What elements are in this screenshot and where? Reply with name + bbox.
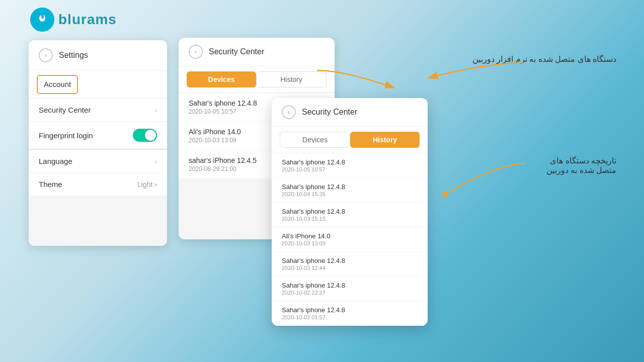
- history-date-5: 2020-10-03 12:44: [282, 265, 418, 271]
- history-item-7: Sahar's iphone 12.4.8 2020-10-02 01:57: [272, 301, 428, 326]
- history-item-1: Sahar's iphone 12.4.8 2020-10-05 10:57: [272, 153, 428, 178]
- history-date-7: 2020-10-02 01:57: [282, 314, 418, 320]
- back-button[interactable]: ‹: [39, 48, 53, 62]
- logo-text: blurams: [58, 12, 117, 28]
- fingerprint-item: Fingerprint login: [29, 122, 167, 150]
- panel-devices-back-button[interactable]: ‹: [189, 45, 203, 59]
- account-label: Account: [44, 80, 71, 88]
- toggle-knob: [145, 130, 156, 141]
- sidebar-title: Settings: [59, 51, 88, 60]
- language-label: Language: [39, 157, 72, 165]
- panel-history-back-button[interactable]: ‹: [282, 105, 296, 119]
- history-item-5: Sahar's iphone 12.4.8 2020-10-03 12:44: [272, 252, 428, 277]
- panel-history-title: Security Center: [302, 108, 357, 117]
- history-name-6: Sahar's iphone 12.4.8: [282, 282, 418, 289]
- svg-point-3: [40, 17, 42, 18]
- settings-sidebar: ‹ Settings Account Security Center › Fin…: [29, 40, 167, 246]
- history-date-4: 2020-10-03 13:09: [282, 240, 418, 246]
- language-chevron-icon: ›: [154, 157, 157, 165]
- history-name-7: Sahar's iphone 12.4.8: [282, 306, 418, 314]
- tab-devices-inactive-history[interactable]: Devices: [280, 132, 350, 148]
- logo-icon: [30, 8, 54, 32]
- panel-devices-back-icon: ‹: [195, 48, 197, 55]
- theme-label: Theme: [39, 180, 62, 189]
- history-item-6: Sahar's iphone 12.4.8 2020-10-02 22:27: [272, 277, 428, 301]
- account-section: Account: [29, 71, 167, 99]
- annotation-bottom-right-line1: تاریخچه دستگاه های: [546, 156, 616, 165]
- arrow-bottom-annotation: [443, 158, 528, 199]
- sidebar-bottom-area: [29, 196, 167, 246]
- theme-item[interactable]: Theme Light ›: [29, 173, 167, 196]
- arrow-history-annotation: [312, 65, 403, 93]
- panel-history: ‹ Security Center Devices History Sahar'…: [272, 98, 428, 326]
- history-name-1: Sahar's iphone 12.4.8: [282, 158, 418, 166]
- fingerprint-label: Fingerprint login: [39, 131, 93, 140]
- history-name-4: Ali's iPhone 14.0: [282, 232, 418, 240]
- history-name-5: Sahar's iphone 12.4.8: [282, 257, 418, 264]
- language-item[interactable]: Language ›: [29, 150, 167, 173]
- back-icon: ‹: [45, 52, 47, 59]
- history-item-2: Sahar's iphone 12.4.8 2020-10-04 15:35: [272, 178, 428, 203]
- tab-devices-active[interactable]: Devices: [187, 71, 256, 87]
- bottom-right-annotation: تاریخچه دستگاه های متصل شده به دوربین: [546, 156, 616, 175]
- panel-history-tabs: Devices History: [272, 127, 428, 153]
- theme-value-area: Light ›: [137, 180, 157, 189]
- arrow-devices-annotation: [418, 58, 528, 83]
- sidebar-header: ‹ Settings: [29, 40, 167, 71]
- history-name-3: Sahar's iphone 12.4.8: [282, 208, 418, 215]
- annotation-bottom-right-line2: متصل شده به دوربین: [546, 165, 616, 175]
- theme-chevron-icon: ›: [154, 180, 157, 189]
- theme-current-value: Light: [137, 180, 152, 189]
- tab-history-active[interactable]: History: [350, 132, 420, 148]
- chevron-right-icon: ›: [154, 106, 157, 114]
- history-name-2: Sahar's iphone 12.4.8: [282, 183, 418, 191]
- history-item-3: Sahar's iphone 12.4.8 2020-10-03 15:15: [272, 203, 428, 227]
- panel-history-back-icon: ‹: [288, 109, 290, 116]
- panel-devices-tabs: Devices History: [179, 66, 335, 93]
- history-list: Sahar's iphone 12.4.8 2020-10-05 10:57 S…: [272, 153, 428, 326]
- history-item-4: Ali's iPhone 14.0 2020-10-03 13:09: [272, 227, 428, 252]
- panel-devices-title: Security Center: [209, 47, 264, 56]
- panel-devices-header: ‹ Security Center: [179, 38, 335, 66]
- logo-area: blurams: [30, 8, 117, 32]
- history-date-2: 2020-10-04 15:35: [282, 191, 418, 197]
- panel-history-header: ‹ Security Center: [272, 98, 428, 127]
- account-box[interactable]: Account: [37, 75, 78, 94]
- history-date-1: 2020-10-05 10:57: [282, 166, 418, 172]
- security-center-item[interactable]: Security Center ›: [29, 99, 167, 122]
- history-date-3: 2020-10-03 15:15: [282, 216, 418, 222]
- fingerprint-toggle[interactable]: [133, 129, 157, 142]
- history-date-6: 2020-10-02 22:27: [282, 290, 418, 296]
- security-center-label: Security Center: [39, 106, 91, 114]
